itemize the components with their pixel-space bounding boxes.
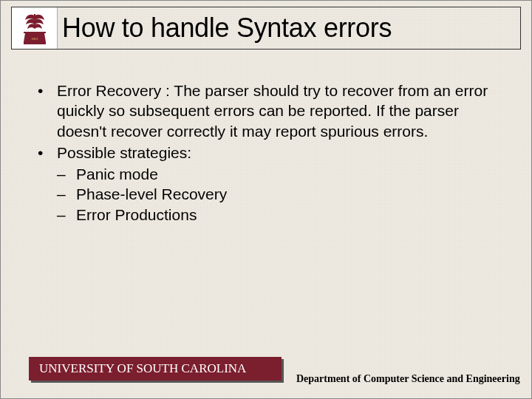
bullet-text: Error Recovery : The parser should try t… (57, 81, 488, 141)
subbullet-item: – Panic mode (57, 164, 488, 184)
bullet-dash-icon: – (57, 205, 76, 225)
svg-rect-0 (24, 32, 46, 33)
subbullet-text: Error Productions (76, 205, 197, 225)
bullet-dash-icon: – (57, 184, 76, 204)
svg-rect-1 (24, 42, 46, 44)
logo-year: 1801 (31, 37, 39, 41)
footer-university: UNIVERSITY OF SOUTH CAROLINA (29, 357, 282, 381)
subbullet-item: – Phase-level Recovery (57, 184, 488, 204)
subbullet-text: Phase-level Recovery (76, 184, 227, 204)
slide: 1801 How to handle Syntax errors • Error… (0, 0, 532, 399)
bullet-text: Possible strategies: (57, 143, 488, 163)
subbullet-item: – Error Productions (57, 205, 488, 225)
slide-title: How to handle Syntax errors (58, 7, 520, 49)
usc-logo: 1801 (12, 7, 58, 49)
footer-department: Department of Computer Science and Engin… (296, 373, 525, 385)
slide-body: • Error Recovery : The parser should try… (36, 81, 488, 225)
bullet-dot-icon: • (36, 143, 57, 163)
bullet-item: • Possible strategies: (36, 143, 488, 163)
bullet-item: • Error Recovery : The parser should try… (36, 81, 488, 141)
bullet-dot-icon: • (36, 81, 57, 141)
subbullet-text: Panic mode (76, 164, 158, 184)
bullet-dash-icon: – (57, 164, 76, 184)
title-bar: 1801 How to handle Syntax errors (11, 7, 521, 50)
